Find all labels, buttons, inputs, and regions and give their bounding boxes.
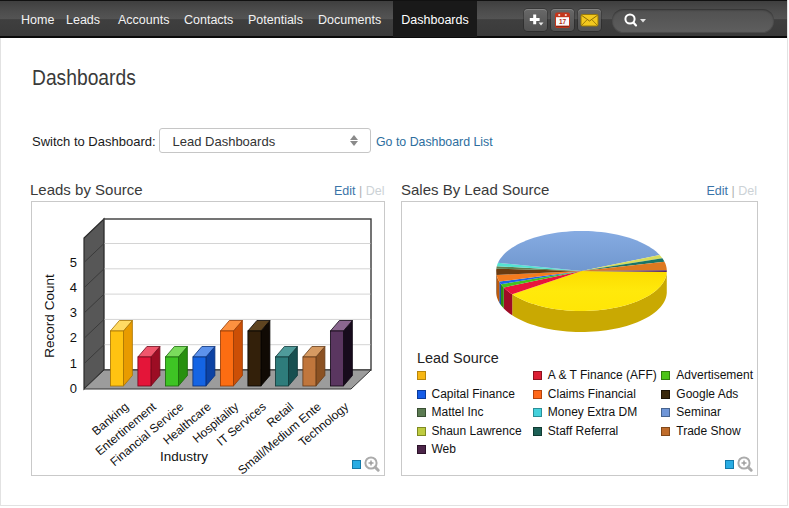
- svg-text:Record Count: Record Count: [42, 274, 57, 358]
- svg-text:17: 17: [559, 18, 567, 25]
- svg-text:5: 5: [70, 255, 77, 270]
- svg-text:0: 0: [70, 381, 77, 396]
- svg-text:Industry: Industry: [160, 449, 208, 464]
- svg-text:3: 3: [70, 305, 77, 320]
- svg-text:2: 2: [70, 330, 77, 345]
- svg-text:4: 4: [70, 280, 77, 295]
- svg-text:1: 1: [70, 356, 77, 371]
